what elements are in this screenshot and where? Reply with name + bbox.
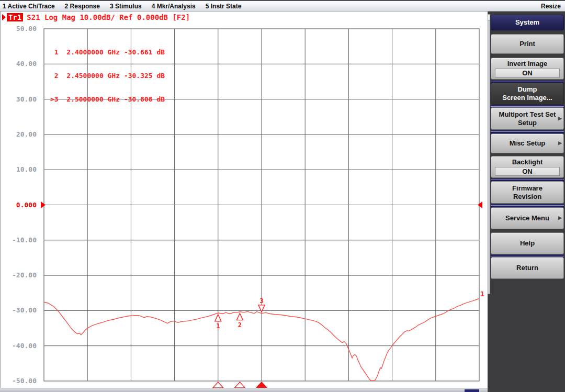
submenu-arrow-icon: ▶ xyxy=(558,114,562,122)
softkey-service-menu[interactable]: Service Menu ▶ xyxy=(491,207,564,229)
softkey-label: Print xyxy=(519,40,535,48)
marker-number: 1 xyxy=(216,322,220,330)
softkey-label: Firmware xyxy=(512,184,543,193)
marker-number: 2 xyxy=(238,321,242,329)
softkey-label: Dump xyxy=(518,85,537,94)
y-tick-label: -10.00 xyxy=(1,236,37,244)
softkey-multiport-test-set-setup[interactable]: Multiport Test Set Setup ▶ xyxy=(491,107,564,130)
softkey-return[interactable]: Return xyxy=(491,257,564,279)
sidebar-header-label: System xyxy=(515,18,539,27)
menu-bar: 1 Active Ch/Trace 2 Response 3 Stimulus … xyxy=(0,0,565,12)
ref-level-right-arrow-icon xyxy=(478,201,482,208)
marker-triangle-icon xyxy=(215,315,221,321)
y-tick-label: 50.00 xyxy=(1,25,37,32)
marker-readout-row: 2 2.4500000 GHz -30.325 dB xyxy=(50,72,165,80)
y-tick-label: -20.00 xyxy=(1,271,37,279)
menu-item-active-ch-trace[interactable]: 1 Active Ch/Trace xyxy=(3,3,55,10)
reference-level-label: 0.000 xyxy=(1,201,37,209)
y-tick-label: 40.00 xyxy=(1,60,37,68)
submenu-arrow-icon: ▶ xyxy=(558,139,562,147)
marker-number: 3 xyxy=(259,297,263,305)
backlight-state: ON xyxy=(495,167,560,176)
softkey-label: Service Menu xyxy=(505,214,549,222)
marker-triangle-icon xyxy=(236,313,243,320)
y-tick-label: 20.00 xyxy=(1,130,37,138)
menu-item-instr-state[interactable]: 5 Instr State xyxy=(206,3,242,10)
trace-header: Tr1 S21 Log Mag 10.00dB/ Ref 0.000dB [F2… xyxy=(2,13,190,21)
softkey-label: Help xyxy=(520,239,535,248)
stimulus-marker-active-icon xyxy=(256,382,267,388)
marker-readout-row: >3 2.5000000 GHz -30.808 dB xyxy=(50,95,165,103)
softkey-print[interactable]: Print xyxy=(491,34,564,54)
softkey-sidebar: System Print Invert Image ON Dump Screen… xyxy=(488,12,565,392)
active-trace-arrow-icon xyxy=(2,14,6,20)
y-tick-label: -30.00 xyxy=(1,306,37,314)
bottom-status-chip xyxy=(465,389,479,392)
marker-readout-table: 1 2.4000000 GHz -30.661 dB 2 2.4500000 G… xyxy=(50,32,165,119)
sidebar-header-system[interactable]: System xyxy=(491,15,564,30)
softkey-label: Screen Image... xyxy=(502,94,552,102)
softkey-backlight[interactable]: Backlight ON xyxy=(491,156,564,178)
menu-item-mkr-analysis[interactable]: 4 Mkr/Analysis xyxy=(152,3,196,10)
trace-number-label: 1 xyxy=(480,290,484,298)
submenu-arrow-icon: ▶ xyxy=(558,214,562,222)
bottom-window-edge xyxy=(0,388,488,392)
softkey-misc-setup[interactable]: Misc Setup ▶ xyxy=(491,133,564,153)
y-tick-label: 30.00 xyxy=(1,95,37,103)
y-tick-label: -40.00 xyxy=(1,342,37,350)
softkey-label: Misc Setup xyxy=(510,139,546,148)
y-axis-labels: 50.00 40.00 30.00 20.00 10.00 0.000 -10.… xyxy=(1,12,39,388)
y-tick-label: 10.00 xyxy=(1,165,37,173)
softkey-label: Invert Image xyxy=(507,60,548,68)
ref-level-left-arrow-icon xyxy=(41,201,46,208)
menu-item-response[interactable]: 2 Response xyxy=(65,3,100,10)
trace-badge: Tr1 xyxy=(7,13,23,21)
softkey-label: Multiport Test Set xyxy=(499,110,556,119)
y-tick-label: -50.00 xyxy=(1,377,37,385)
softkey-label: Return xyxy=(516,264,538,272)
softkey-label: Setup xyxy=(518,119,537,127)
marker-readout-row: 1 2.4000000 GHz -30.661 dB xyxy=(50,48,165,56)
stimulus-marker-icon xyxy=(213,382,223,388)
measurement-panel: Tr1 S21 Log Mag 10.00dB/ Ref 0.000dB [F2… xyxy=(0,12,488,388)
menu-item-stimulus[interactable]: 3 Stimulus xyxy=(110,3,142,10)
softkey-label: Revision xyxy=(513,193,541,201)
softkey-invert-image[interactable]: Invert Image ON xyxy=(491,58,564,80)
trace-format-text: S21 Log Mag 10.00dB/ Ref 0.000dB [F2] xyxy=(27,13,190,21)
invert-image-state: ON xyxy=(495,69,560,77)
softkey-help[interactable]: Help xyxy=(491,232,564,254)
softkey-dump-screen-image[interactable]: Dump Screen Image... xyxy=(491,83,564,105)
softkey-label: Backlight xyxy=(512,158,543,166)
stimulus-marker-icon xyxy=(234,382,245,388)
resize-button[interactable]: Resize xyxy=(541,3,561,10)
softkey-firmware-revision[interactable]: Firmware Revision xyxy=(491,181,564,204)
